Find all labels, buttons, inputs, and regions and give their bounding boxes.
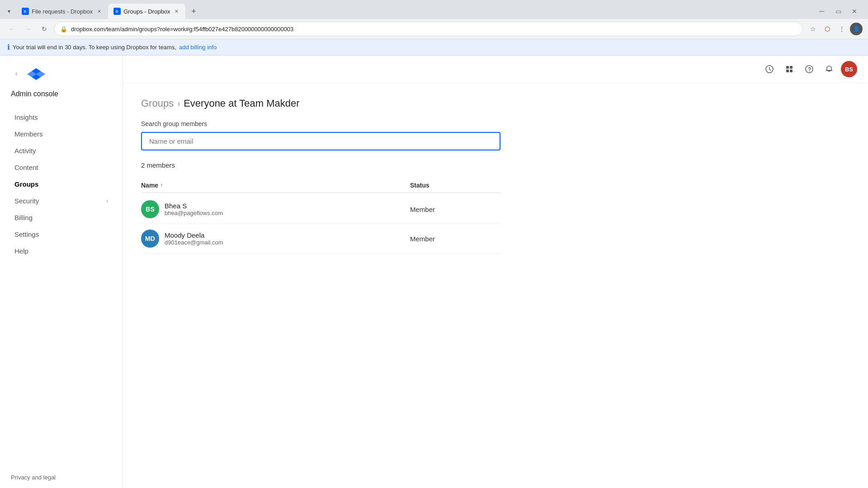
member-email-2: d901eace@gmail.com xyxy=(165,239,223,246)
svg-rect-6 xyxy=(790,66,793,69)
sort-icon: ↑ xyxy=(160,182,163,188)
column-header-status: Status xyxy=(410,182,500,189)
search-label: Search group members xyxy=(141,120,850,127)
dropbox-logo-icon xyxy=(27,65,45,83)
sidebar-item-label-settings: Settings xyxy=(14,230,39,238)
member-details-2: Moody Deela d901eace@gmail.com xyxy=(165,231,223,246)
tab-title-2: Groups - Dropbox xyxy=(123,8,170,15)
tab-bar: ▾ D File requests - Dropbox ✕ D Groups -… xyxy=(0,0,868,19)
avatar-initials-1: BS xyxy=(146,206,154,213)
sidebar-item-insights[interactable]: Insights xyxy=(4,109,119,126)
sidebar-nav: Insights Members Activity Content Groups… xyxy=(0,109,123,466)
sidebar-item-label-help: Help xyxy=(14,247,28,255)
member-name-2: Moody Deela xyxy=(165,231,223,239)
address-bar[interactable]: 🔒 dropbox.com/team/admin/groups?role=wor… xyxy=(54,22,803,36)
sidebar: ‹ Admin console Insights Members Activit… xyxy=(0,56,123,488)
tab-favicon-2: D xyxy=(113,8,121,15)
extensions-button[interactable]: ⬡ xyxy=(821,23,834,35)
svg-rect-5 xyxy=(786,66,789,69)
profile-button[interactable]: 👤 xyxy=(850,23,863,35)
bell-icon-button[interactable] xyxy=(821,61,837,77)
member-email-1: bhea@pageflows.com xyxy=(165,210,223,216)
content-area: Groups › Everyone at Team Makder Search … xyxy=(123,83,868,488)
help-icon-button[interactable]: ? xyxy=(801,61,817,77)
members-count: 2 members xyxy=(141,161,850,169)
bookmark-button[interactable]: ☆ xyxy=(807,23,819,35)
tab-file-requests[interactable]: D File requests - Dropbox ✕ xyxy=(16,4,108,19)
table-row: MD Moody Deela d901eace@gmail.com Member xyxy=(141,224,500,253)
close-button[interactable]: ✕ xyxy=(848,5,861,18)
sidebar-item-activity[interactable]: Activity xyxy=(4,142,119,159)
browser-chrome: ▾ D File requests - Dropbox ✕ D Groups -… xyxy=(0,0,868,39)
sidebar-footer: Privacy and legal xyxy=(0,466,123,488)
app-layout: ‹ Admin console Insights Members Activit… xyxy=(0,56,868,488)
tab-close-1[interactable]: ✕ xyxy=(95,8,103,15)
avatar-2: MD xyxy=(141,230,159,248)
sidebar-item-groups[interactable]: Groups xyxy=(4,176,119,192)
member-status-1: Member xyxy=(410,206,500,213)
svg-rect-7 xyxy=(786,70,789,72)
sidebar-item-billing[interactable]: Billing xyxy=(4,209,119,226)
breadcrumb-separator: › xyxy=(177,99,180,108)
sidebar-item-label-content: Content xyxy=(14,164,38,171)
user-avatar-button[interactable]: BS xyxy=(841,61,857,77)
add-billing-link[interactable]: add billing info xyxy=(179,44,217,51)
svg-text:D: D xyxy=(116,10,118,13)
sidebar-item-security[interactable]: Security › xyxy=(4,192,119,209)
top-bar: ? BS xyxy=(123,56,868,83)
tab-groups[interactable]: D Groups - Dropbox ✕ xyxy=(108,4,185,19)
trial-banner-text: Your trial will end in 30 days. To keep … xyxy=(13,44,176,51)
clock-icon-button[interactable] xyxy=(761,61,778,77)
sidebar-item-label-activity: Activity xyxy=(14,147,36,155)
minimize-button[interactable]: ─ xyxy=(816,5,828,18)
back-button[interactable]: ← xyxy=(5,23,18,35)
svg-text:?: ? xyxy=(808,66,811,73)
tab-title-1: File requests - Dropbox xyxy=(32,8,93,15)
forward-button[interactable]: → xyxy=(22,23,34,35)
member-info-2: MD Moody Deela d901eace@gmail.com xyxy=(141,230,410,248)
members-table: Name ↑ Status BS Bhea S bhea@pageflows.c… xyxy=(141,178,500,253)
main-content: ? BS Groups › Everyone at Team Makder xyxy=(123,56,868,488)
svg-rect-8 xyxy=(790,70,793,72)
avatar-1: BS xyxy=(141,200,159,218)
breadcrumb-parent[interactable]: Groups xyxy=(141,98,174,109)
privacy-legal-link[interactable]: Privacy and legal xyxy=(11,474,56,481)
chevron-right-icon: › xyxy=(106,198,108,204)
address-bar-actions: ☆ ⬡ ⋮ 👤 xyxy=(807,23,863,35)
search-input-wrapper[interactable] xyxy=(141,132,500,150)
browser-menu-button[interactable]: ⋮ xyxy=(835,23,848,35)
member-details-1: Bhea S bhea@pageflows.com xyxy=(165,202,223,216)
table-row: BS Bhea S bhea@pageflows.com Member xyxy=(141,195,500,224)
new-tab-button[interactable]: + xyxy=(187,5,200,18)
tab-close-2[interactable]: ✕ xyxy=(173,8,180,15)
sidebar-item-members[interactable]: Members xyxy=(4,126,119,142)
member-status-2: Member xyxy=(410,235,500,243)
address-text: dropbox.com/team/admin/groups?role=work#… xyxy=(71,26,797,33)
user-initials: BS xyxy=(845,66,853,73)
column-header-name[interactable]: Name ↑ xyxy=(141,182,410,189)
grid-icon-button[interactable] xyxy=(781,61,797,77)
search-input[interactable] xyxy=(149,137,492,145)
svg-text:D: D xyxy=(24,10,26,13)
info-icon: ℹ xyxy=(7,43,10,52)
sidebar-toggle-button[interactable]: ‹ xyxy=(11,68,22,79)
avatar-initials-2: MD xyxy=(145,235,155,242)
sidebar-item-settings[interactable]: Settings xyxy=(4,226,119,243)
sidebar-item-label-billing: Billing xyxy=(14,214,33,221)
tab-overflow-btn[interactable]: ▾ xyxy=(4,6,14,17)
sidebar-item-label-groups: Groups xyxy=(14,180,38,188)
table-header: Name ↑ Status xyxy=(141,178,500,193)
address-bar-row: ← → ↻ 🔒 dropbox.com/team/admin/groups?ro… xyxy=(0,19,868,39)
sidebar-item-help[interactable]: Help xyxy=(4,243,119,259)
maximize-button[interactable]: ▭ xyxy=(832,5,844,18)
breadcrumb-current: Everyone at Team Makder xyxy=(184,98,299,109)
sidebar-item-label-security: Security xyxy=(14,197,39,205)
sidebar-item-label-members: Members xyxy=(14,130,43,138)
refresh-button[interactable]: ↻ xyxy=(38,23,51,35)
breadcrumb: Groups › Everyone at Team Makder xyxy=(141,98,850,109)
sidebar-item-content[interactable]: Content xyxy=(4,159,119,176)
member-info-1: BS Bhea S bhea@pageflows.com xyxy=(141,200,410,218)
lock-icon: 🔒 xyxy=(60,26,67,33)
member-name-1: Bhea S xyxy=(165,202,223,210)
admin-console-title: Admin console xyxy=(0,90,123,109)
